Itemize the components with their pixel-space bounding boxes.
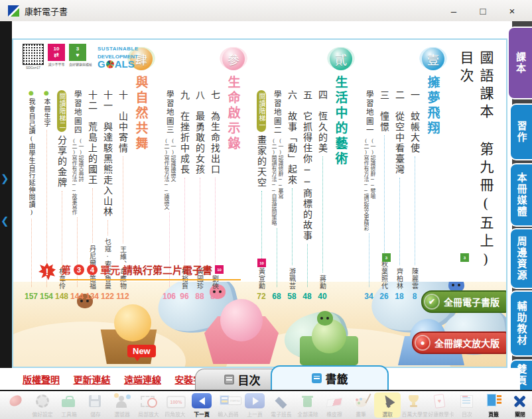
side-tab-4[interactable]: 周邊資源: [509, 228, 532, 289]
footer-band: 版權聲明 更新連結 遠端連線 安裝字型 目次 書籤: [12, 368, 520, 390]
alert-burst-icon: !: [38, 263, 56, 280]
toc-entry[interactable]: 學習地圖一(一)認識修辭──譬喻 (二)寫作有方法──讓記敘文更精彩34: [362, 90, 375, 301]
bottom-toolbar: 偏好設定工具箱儲存選號器局部放大100%四角放大下一頁menu輸入頁碼上一頁電子…: [0, 390, 532, 419]
prev-icon: [246, 393, 263, 409]
eraser-icon: [326, 393, 343, 409]
toolbar-toc-button[interactable]: 目次: [454, 392, 480, 418]
sdg-wordmark: SUSTAINABLE DEVELOPMENT G ALS: [98, 44, 139, 69]
pink-orb: [220, 299, 263, 341]
unit-title: 與自然共舞: [133, 76, 151, 152]
toc-entry[interactable]: 一 蚊帳大使陳麗雲8: [408, 90, 421, 301]
toolbar-label: 電子班長: [269, 410, 294, 417]
remote-link[interactable]: 遠端連線: [124, 373, 161, 386]
toc-entry[interactable]: 閱讀階梯一畫家的天空黃宣勳72: [255, 90, 268, 301]
toolbar-cap-button[interactable]: 電子班長: [268, 392, 295, 418]
maximize-button[interactable]: □: [468, 5, 498, 17]
unit-title: 擁夢飛翔: [425, 76, 442, 137]
toolbar-label: 四角放大: [163, 410, 188, 417]
bin-icon: [299, 393, 316, 409]
toolbar-gear-button[interactable]: 偏好設定: [29, 392, 56, 418]
sand-dune: [13, 322, 186, 367]
full-text-enlarged-version-button[interactable]: ● 全冊課文放大版: [412, 331, 507, 354]
toolbar-label: 選取: [375, 410, 400, 417]
toc-entry[interactable]: 六 故事「動」起來游珮芸58: [285, 90, 299, 301]
unit-badge: 壹: [422, 48, 444, 70]
toolbar-bin-button[interactable]: 全部清除: [295, 392, 321, 418]
minimize-button[interactable]: –: [439, 5, 468, 17]
title-bar: 康軒電子書 – □ ×: [0, 0, 532, 22]
gear-icon: [34, 393, 51, 409]
toolbar-zoom100-button[interactable]: 100%四角放大: [162, 392, 188, 418]
toc-entry[interactable]: 學習地圖二(一)認識修辭──摹寫 (二)閱讀有方法──自我提問策略68: [270, 90, 283, 301]
toolbar-label: 頁籤: [482, 410, 506, 417]
toolbar-palette-button[interactable]: 畫筆: [348, 392, 374, 418]
side-tab-1[interactable]: 課本: [507, 27, 532, 99]
update-link[interactable]: 更新連結: [73, 373, 110, 386]
toolbar-label: 偏好設定: [31, 410, 55, 417]
toolbar-close-button[interactable]: 關閉: [507, 392, 532, 418]
toc-icon: [458, 393, 476, 409]
copyright-link[interactable]: 版權聲明: [23, 373, 60, 386]
sdg-mini-badge: 3: [382, 253, 391, 262]
record-dot-icon: ●: [416, 336, 429, 349]
toolbar-label: 輸入頁碼: [216, 410, 241, 417]
laser-icon: [7, 393, 25, 409]
side-tab-5[interactable]: 輔助教材: [509, 290, 532, 357]
frog-mascot: [317, 311, 333, 326]
toolbar-label: 橡皮擦: [322, 410, 347, 417]
toolbar-pageinput-button[interactable]: menu輸入頁碼: [215, 392, 241, 418]
toolbar-label: 目次: [455, 410, 480, 417]
cap-icon: [273, 393, 290, 409]
window-title: 康軒電子書: [25, 5, 68, 17]
chevron-right-icon[interactable]: ❯: [1, 172, 9, 184]
tabs-icon: [485, 393, 502, 409]
full-ebook-version-button[interactable]: ✔ 全冊電子書版: [421, 290, 507, 313]
unit-3-badge: 3: [74, 265, 84, 275]
toolbar-card-button[interactable]: ♥好康教學卡: [427, 392, 454, 418]
qr-caption: SDGs×17: [23, 66, 44, 70]
new-tag: New: [127, 345, 156, 357]
unit-title: 生命啟示錄: [225, 76, 243, 152]
sdg-mini-badge: 10: [215, 265, 224, 274]
pageinput-icon: menu: [220, 393, 237, 409]
goal3-caption: 良好健康與福祉: [69, 62, 92, 66]
side-tab-3[interactable]: 本冊媒體: [509, 163, 532, 227]
chevron-left-icon[interactable]: ❮: [1, 215, 9, 227]
sdg-goal-3-icon: 3♥: [69, 44, 86, 61]
toolbar-next-button[interactable]: 下一頁: [188, 392, 215, 418]
select-icon: [379, 393, 396, 409]
toolbar-label: 好康教學卡: [429, 410, 453, 417]
toc-entry[interactable]: 四 恆久的美蔣勳40: [316, 90, 329, 301]
toc-entry[interactable]: 五 它抓得住你──商標的故事48: [300, 90, 314, 301]
toolbar-label: 儲存: [84, 410, 108, 417]
close-button[interactable]: ×: [498, 5, 527, 17]
unit-header: 壹擁夢飛翔: [421, 48, 445, 137]
toc-entry[interactable]: ●我會自己讀(由學生自行延伸閱讀)157: [25, 90, 38, 301]
toolbar-label: 全部清除: [296, 410, 320, 417]
unit-title: 生活中的藝術: [332, 76, 350, 167]
toolbar-label: 局部放大: [137, 410, 161, 417]
toolbar-picker-button[interactable]: 選號器: [109, 392, 135, 418]
tab-bookmark[interactable]: 書籤: [271, 365, 389, 390]
toolbar-zoomarea-button[interactable]: 局部放大: [135, 392, 162, 418]
palette-icon: [352, 393, 369, 409]
toolbar-laser-button[interactable]: [3, 392, 29, 410]
close-icon: [511, 393, 529, 409]
sdg-goal-10-icon: 10⇄: [48, 44, 65, 61]
toolbar-save-button[interactable]: 儲存: [82, 392, 109, 418]
toc-entry[interactable]: 三 憧憬秋葉照代26: [377, 90, 391, 301]
toolbar-label: 工具箱: [57, 410, 82, 417]
toolbar-prev-button[interactable]: 上一頁: [241, 392, 268, 418]
toolbar-eraser-button[interactable]: 橡皮擦: [321, 392, 348, 418]
toc-entry[interactable]: 二 從空中看臺灣齊柏林18: [393, 90, 406, 301]
goal10-caption: 減少不平等: [48, 62, 65, 66]
unit-header: 貳生活中的藝術: [329, 48, 353, 167]
toolbar-label: 下一頁: [190, 410, 214, 417]
unit-header: 參生命啟示錄: [222, 48, 245, 152]
toolbar-trophy-button[interactable]: 百萬大學堂: [401, 392, 427, 418]
toolbar-tabs-button[interactable]: 頁籤: [480, 392, 507, 418]
toolbar-toolbox-button[interactable]: 工具箱: [56, 392, 82, 418]
unit-4-badge: 4: [87, 265, 98, 275]
side-tab-2[interactable]: 習作: [509, 103, 532, 160]
toolbar-select-button[interactable]: 選取: [374, 392, 401, 418]
